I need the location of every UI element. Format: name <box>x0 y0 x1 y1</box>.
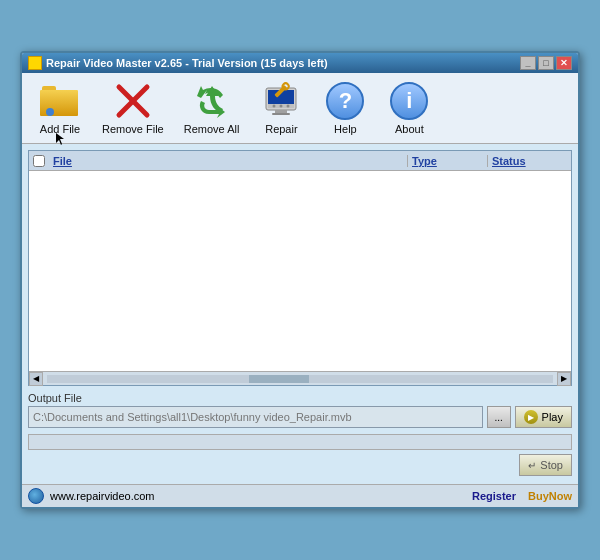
remove-all-icon <box>192 81 232 121</box>
buy-now-link[interactable]: BuyNow <box>528 490 572 502</box>
svg-point-7 <box>287 105 290 108</box>
remove-file-button[interactable]: Remove File <box>94 77 172 139</box>
output-path-input[interactable] <box>28 406 483 428</box>
progress-bar <box>28 434 572 450</box>
repair-button[interactable]: Repair <box>251 77 311 139</box>
output-row: ... ▶ Play <box>28 406 572 428</box>
stop-button[interactable]: ↵ Stop <box>519 454 572 476</box>
main-area: File Type Status ◀ ▶ Output File ... <box>22 144 578 484</box>
stop-row: ↵ Stop <box>28 454 572 476</box>
add-file-label: Add File <box>40 123 80 135</box>
website-url[interactable]: www.repairvideo.com <box>50 490 155 502</box>
browse-button[interactable]: ... <box>487 406 511 428</box>
add-file-icon <box>40 81 80 121</box>
window-title: Repair Video Master v2.65 - Trial Versio… <box>46 57 328 69</box>
toolbar: Add File Remove File Remove All <box>22 73 578 144</box>
title-bar-left: Repair Video Master v2.65 - Trial Versio… <box>28 56 328 70</box>
status-right: Register BuyNow <box>472 490 572 502</box>
about-icon: i <box>389 81 429 121</box>
play-button[interactable]: ▶ Play <box>515 406 572 428</box>
scroll-left-button[interactable]: ◀ <box>29 372 43 386</box>
file-list-container: File Type Status ◀ ▶ <box>28 150 572 386</box>
status-left: www.repairvideo.com <box>28 488 155 504</box>
remove-file-icon <box>113 81 153 121</box>
help-label: Help <box>334 123 357 135</box>
remove-all-button[interactable]: Remove All <box>176 77 248 139</box>
stop-icon: ↵ <box>528 460 536 471</box>
svg-point-6 <box>280 105 283 108</box>
register-link[interactable]: Register <box>472 490 516 502</box>
close-button[interactable]: ✕ <box>556 56 572 70</box>
help-icon: ? <box>325 81 365 121</box>
app-icon <box>28 56 42 70</box>
about-button[interactable]: i About <box>379 77 439 139</box>
file-list-header: File Type Status <box>29 151 571 171</box>
output-label: Output File <box>28 392 572 404</box>
svg-point-5 <box>273 105 276 108</box>
minimize-button[interactable]: _ <box>520 56 536 70</box>
repair-label: Repair <box>265 123 297 135</box>
repair-icon <box>261 81 301 121</box>
add-file-button[interactable]: Add File <box>30 77 90 139</box>
header-checkbox-col <box>33 155 53 167</box>
svg-rect-9 <box>272 113 290 115</box>
help-button[interactable]: ? Help <box>315 77 375 139</box>
status-bar: www.repairvideo.com Register BuyNow <box>22 484 578 507</box>
remove-file-label: Remove File <box>102 123 164 135</box>
globe-icon <box>28 488 44 504</box>
play-label: Play <box>542 411 563 423</box>
type-column-header[interactable]: Type <box>407 155 487 167</box>
maximize-button[interactable]: □ <box>538 56 554 70</box>
title-bar: Repair Video Master v2.65 - Trial Versio… <box>22 53 578 73</box>
status-column-header[interactable]: Status <box>487 155 567 167</box>
horizontal-scrollbar[interactable]: ◀ ▶ <box>29 371 571 385</box>
output-section: Output File ... ▶ Play <box>28 392 572 428</box>
browse-label: ... <box>494 412 502 423</box>
stop-label: Stop <box>540 459 563 471</box>
file-column-header[interactable]: File <box>53 155 407 167</box>
svg-rect-8 <box>275 110 287 113</box>
progress-section <box>28 434 572 450</box>
title-controls: _ □ ✕ <box>520 56 572 70</box>
play-icon: ▶ <box>524 410 538 424</box>
scroll-right-button[interactable]: ▶ <box>557 372 571 386</box>
about-label: About <box>395 123 424 135</box>
scrollbar-track[interactable] <box>47 375 553 383</box>
file-list-body <box>29 171 571 371</box>
scrollbar-thumb[interactable] <box>249 375 309 383</box>
remove-all-label: Remove All <box>184 123 240 135</box>
main-window: Repair Video Master v2.65 - Trial Versio… <box>20 51 580 509</box>
select-all-checkbox[interactable] <box>33 155 45 167</box>
